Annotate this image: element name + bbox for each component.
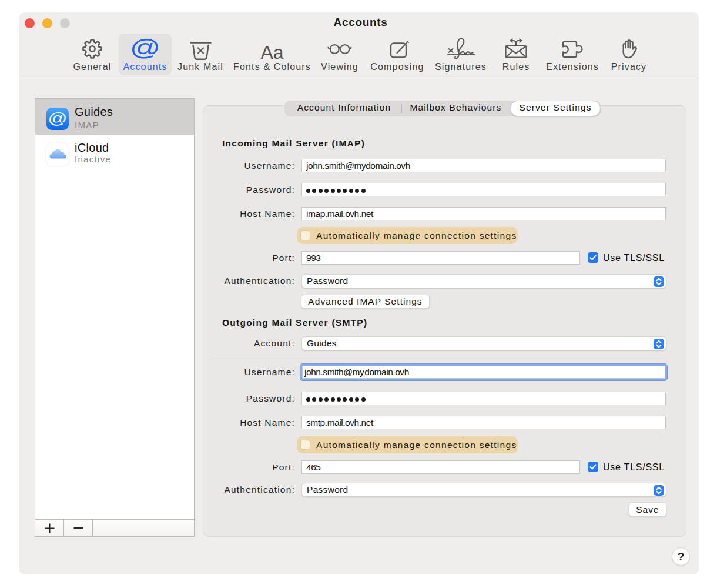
- svg-text:@: @: [48, 110, 68, 127]
